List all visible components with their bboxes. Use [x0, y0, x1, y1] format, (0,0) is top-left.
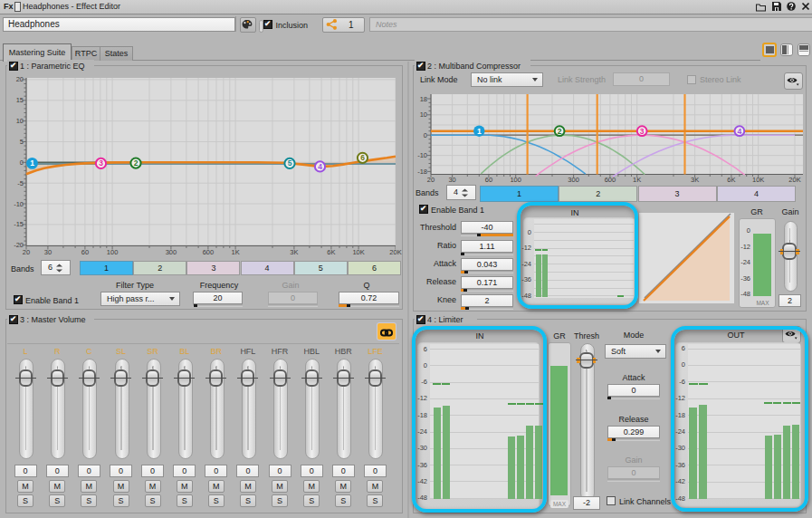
svg-text:5: 5 [288, 158, 292, 168]
svg-text:2: 2 [134, 158, 139, 168]
svg-text:2: 2 [558, 127, 562, 136]
svg-text:6: 6 [360, 153, 365, 162]
svg-text:3: 3 [640, 127, 645, 136]
svg-text:4: 4 [738, 127, 742, 136]
svg-text:4: 4 [318, 162, 322, 171]
svg-text:1: 1 [477, 127, 482, 136]
svg-text:3: 3 [99, 158, 103, 168]
svg-text:1: 1 [30, 158, 34, 168]
